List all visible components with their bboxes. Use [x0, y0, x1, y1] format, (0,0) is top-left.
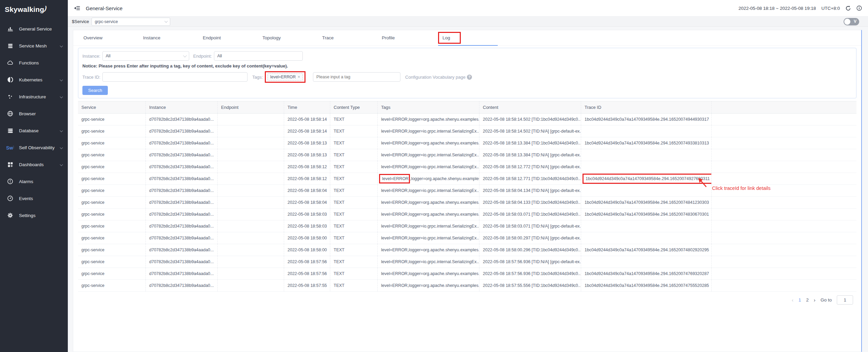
trace-id-link[interactable]: 1bc04d9244d349c0a74a14709349584e.294.165… — [585, 141, 709, 145]
page-number-1[interactable]: 1 — [798, 297, 801, 302]
goto-label: Go to — [821, 297, 832, 302]
chevron-down-icon — [183, 54, 187, 57]
tab-endpoint[interactable]: Endpoint — [203, 35, 262, 40]
goto-page-input[interactable] — [837, 295, 853, 305]
sidebar-item-dashboards[interactable]: Dashboards — [0, 156, 68, 173]
table-row: grpc-serviced70782b8c2d347138b9a4aada0..… — [78, 280, 856, 292]
sidebar-item-label: Settings — [19, 213, 36, 218]
trace-id-link[interactable]: 1bc04d9244d349c0a74a14709349584e.294.165… — [585, 248, 709, 252]
vocabulary-page-link[interactable]: Configuration Vocabulary page ? — [405, 75, 472, 80]
trace-id-input[interactable] — [102, 72, 248, 82]
cell-filler — [712, 220, 856, 232]
chevron-down-icon — [60, 163, 63, 166]
cell-content: 2022-05-08 18:58:14.502 [TID:N/A] [grpc-… — [479, 125, 581, 137]
cell-filler — [712, 256, 856, 268]
annotation-arrow-icon — [697, 178, 708, 189]
sidebar-item-label: Events — [19, 196, 33, 201]
refresh-icon[interactable] — [845, 5, 851, 11]
cell-tags: level=ERROR,logger=org.apache.shenyu.exa… — [378, 280, 479, 291]
cell-endpoint — [218, 268, 284, 279]
cell-content: 2022-05-08 18:58:13.384 [TID:N/A] [grpc-… — [479, 149, 581, 161]
table-row: grpc-serviced70782b8c2d347138b9a4aada0..… — [78, 268, 856, 280]
tab-instance[interactable]: Instance — [143, 35, 203, 40]
trace-id-link[interactable]: 1bc04d9244d349c0a74a14709349584e.294.165… — [585, 271, 709, 276]
sidebar-item-browser[interactable]: Browser — [0, 105, 68, 122]
page-number-2[interactable]: 2 — [806, 297, 809, 302]
table-row: grpc-serviced70782b8c2d347138b9a4aada0..… — [78, 209, 856, 220]
cell-content: 2022-05-08 18:58:00.297 [TID:N/A] [grpc-… — [479, 232, 581, 244]
trace-id-link[interactable]: 1bc04d9244d349c0a74a14709349584e.294.165… — [585, 283, 709, 288]
table-row: grpc-serviced70782b8c2d347138b9a4aada0..… — [78, 137, 856, 149]
instance-filter-label: Instance: — [82, 54, 100, 59]
cell-service: grpc-service — [78, 173, 146, 184]
cell-content: 2022-05-08 18:58:12.771 [TID:1bc04d9244d… — [479, 173, 581, 184]
tag-chip[interactable]: level=ERROR × — [268, 73, 303, 81]
cell-endpoint — [218, 137, 284, 149]
cell-trace-id — [581, 185, 712, 196]
cell-instance: d70782b8c2d347138b9a4aada0... — [146, 125, 218, 137]
sidebar-item-service-mesh[interactable]: Service Mesh — [0, 37, 68, 54]
sidebar-item-settings[interactable]: Settings — [0, 207, 68, 224]
remove-tag-icon[interactable]: × — [298, 75, 300, 79]
sidebar-item-events[interactable]: Events — [0, 190, 68, 207]
search-button[interactable]: Search — [82, 86, 108, 95]
sidebar-item-self-observability[interactable]: Sw)Self Observability — [0, 139, 68, 156]
instance-select[interactable]: All — [102, 51, 189, 61]
cell-content-type: TEXT — [330, 280, 378, 291]
tag-chip-text: level=ERROR — [270, 75, 296, 79]
toggle-knob — [844, 19, 850, 25]
info-icon[interactable] — [856, 5, 862, 11]
sidebar-item-database[interactable]: Database — [0, 122, 68, 139]
tab-profile[interactable]: Profile — [382, 35, 441, 40]
table-row: grpc-serviced70782b8c2d347138b9a4aada0..… — [78, 149, 856, 161]
endpoint-filter-label: Endpoint: — [193, 54, 212, 59]
cell-service: grpc-service — [78, 185, 146, 196]
collapse-sidebar-icon[interactable] — [74, 5, 80, 11]
tab-topology[interactable]: Topology — [262, 35, 322, 40]
timezone-label[interactable]: UTC+8:0 — [822, 6, 840, 11]
service-select[interactable]: grpc-service — [92, 18, 170, 26]
trace-id-link[interactable]: 1bc04d9244d349c0a74a14709349584e.294.165… — [585, 212, 709, 217]
cell-service: grpc-service — [78, 256, 146, 268]
cell-trace-id: 1bc04d9244d349c0a74a14709349584e.294.165… — [581, 268, 712, 279]
cell-time: 2022-05-08 18:58:04 — [284, 197, 330, 208]
sidebar-item-alarms[interactable]: Alarms — [0, 173, 68, 190]
sidebar-item-label: Browser — [19, 111, 36, 116]
cell-content: 2022-05-08 18:58:00.296 [TID:1bc04d9244d… — [479, 244, 581, 256]
cell-content-type: TEXT — [330, 268, 378, 279]
cell-tags: level=ERROR,logger=org.apache.shenyu.exa… — [378, 173, 479, 184]
cell-service: grpc-service — [78, 209, 146, 220]
trace-id-link[interactable]: 1bc04d9244d349c0a74a14709349584e.294.165… — [585, 200, 709, 205]
sidebar-item-general-service[interactable]: General Service — [0, 20, 68, 37]
sidebar-item-infrastructure[interactable]: Infrastructure — [0, 88, 68, 105]
tag-input[interactable] — [313, 72, 400, 82]
trace-id-link[interactable]: 1bc04d9244d349c0a74a14709349584e.294.165… — [586, 176, 710, 181]
cell-instance: d70782b8c2d347138b9a4aada0... — [146, 268, 218, 279]
version-toggle[interactable]: V — [844, 18, 859, 25]
tab-trace[interactable]: Trace — [322, 35, 382, 40]
help-question-icon: ? — [467, 75, 472, 80]
cell-instance: d70782b8c2d347138b9a4aada0... — [146, 161, 218, 173]
trace-id-link[interactable]: 1bc04d9244d349c0a74a14709349584e.294.165… — [585, 117, 709, 122]
tab-overview[interactable]: Overview — [83, 35, 143, 40]
sidebar-item-label: General Service — [19, 26, 52, 32]
cell-tags: level=ERROR,logger=io.grpc.internal.Seri… — [378, 161, 479, 173]
endpoint-input[interactable] — [214, 51, 303, 61]
time-range[interactable]: 2022-05-08 18:18 ~ 2022-05-08 19:18 — [738, 6, 816, 11]
cell-content-type: TEXT — [330, 114, 378, 125]
cell-filler — [712, 232, 856, 244]
cell-service: grpc-service — [78, 232, 146, 244]
cell-trace-id — [581, 220, 712, 232]
cell-endpoint — [218, 256, 284, 268]
logo-text-sky: Sky — [5, 5, 18, 13]
next-page-icon[interactable]: › — [814, 297, 815, 303]
cell-filler — [712, 125, 856, 137]
tag-chip-highlight-box: level=ERROR × — [265, 71, 305, 83]
tab-log[interactable]: Log — [441, 34, 501, 41]
sidebar-item-functions[interactable]: Functions — [0, 54, 68, 71]
sidebar-item-kubernetes[interactable]: Kubernetes — [0, 71, 68, 88]
cell-instance: d70782b8c2d347138b9a4aada0... — [146, 232, 218, 244]
prev-page-icon[interactable]: ‹ — [792, 297, 793, 303]
cell-filler — [712, 268, 856, 279]
cell-service: grpc-service — [78, 197, 146, 208]
